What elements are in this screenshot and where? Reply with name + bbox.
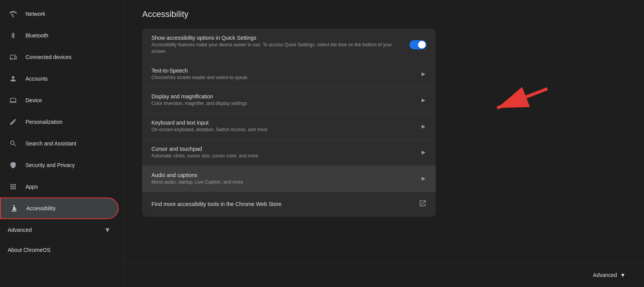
sidebar-item-connected-devices[interactable]: Connected devices bbox=[0, 46, 119, 68]
chevron-right-icon-display: ► bbox=[420, 97, 427, 104]
sidebar-item-accounts[interactable]: Accounts bbox=[0, 68, 119, 89]
settings-row-webstore-content: Find more accessibility tools in the Chr… bbox=[151, 201, 413, 208]
toggle-knob bbox=[418, 41, 426, 49]
settings-row-audio-action: ► bbox=[420, 175, 427, 182]
settings-row-tts-subtitle: ChromeVox screen reader and select-to-sp… bbox=[151, 74, 414, 81]
bottom-bar: Advanced ▼ bbox=[124, 262, 644, 287]
settings-row-webstore-action bbox=[419, 199, 427, 209]
search-icon bbox=[8, 138, 19, 149]
settings-row-quick-settings[interactable]: Show accessibility options in Quick Sett… bbox=[142, 29, 436, 61]
quick-settings-toggle[interactable] bbox=[410, 40, 427, 49]
settings-row-display-subtitle: Color inversion, magnifier, and display … bbox=[151, 100, 414, 107]
settings-row-keyboard-title: Keyboard and text input bbox=[151, 120, 414, 126]
settings-row-cursor-action: ► bbox=[420, 149, 427, 156]
settings-row-cursor-touchpad[interactable]: Cursor and touchpad Automatic clicks, cu… bbox=[142, 140, 436, 166]
about-chromeos-item[interactable]: About ChromeOS bbox=[0, 241, 123, 259]
sidebar-label-network: Network bbox=[25, 11, 45, 17]
settings-row-quick-settings-title: Show accessibility options in Quick Sett… bbox=[151, 35, 403, 41]
sidebar-item-device[interactable]: Device bbox=[0, 89, 119, 111]
settings-row-audio-subtitle: Mono audio, startup, Live Caption, and m… bbox=[151, 179, 414, 186]
settings-row-audio-title: Audio and captions bbox=[151, 172, 414, 178]
sidebar-item-search-assistant[interactable]: Search and Assistant bbox=[0, 133, 119, 154]
edit-icon bbox=[8, 116, 19, 127]
sidebar-label-accessibility: Accessibility bbox=[26, 205, 56, 211]
sidebar-label-apps: Apps bbox=[25, 184, 38, 190]
laptop-icon bbox=[8, 95, 19, 106]
advanced-arrow-icon: ▼ bbox=[104, 226, 111, 234]
settings-row-cursor-content: Cursor and touchpad Automatic clicks, cu… bbox=[151, 146, 414, 159]
grid-icon bbox=[8, 181, 19, 192]
bluetooth-icon bbox=[8, 30, 19, 41]
accessibility-settings-card: Show accessibility options in Quick Sett… bbox=[142, 29, 436, 217]
svg-point-0 bbox=[12, 16, 14, 17]
sidebar-label-connected-devices: Connected devices bbox=[25, 54, 71, 60]
bottom-advanced-arrow-icon: ▼ bbox=[620, 272, 625, 278]
settings-row-display-content: Display and magnification Color inversio… bbox=[151, 93, 414, 107]
sidebar-item-security-privacy[interactable]: Security and Privacy bbox=[0, 154, 119, 176]
wifi-icon bbox=[8, 8, 19, 19]
settings-row-text-to-speech[interactable]: Text-to-Speech ChromeVox screen reader a… bbox=[142, 61, 436, 88]
sidebar: Network Bluetooth Connected devices Acco… bbox=[0, 0, 124, 287]
sidebar-label-accounts: Accounts bbox=[25, 76, 48, 82]
chevron-right-icon-audio: ► bbox=[420, 175, 427, 182]
sidebar-item-personalization[interactable]: Personalization bbox=[0, 111, 119, 133]
settings-row-chrome-web-store[interactable]: Find more accessibility tools in the Chr… bbox=[142, 192, 436, 217]
sidebar-item-accessibility[interactable]: Accessibility bbox=[0, 198, 119, 219]
sidebar-item-apps[interactable]: Apps bbox=[0, 176, 119, 198]
sidebar-item-network[interactable]: Network bbox=[0, 3, 119, 25]
sidebar-item-advanced[interactable]: Advanced ▼ bbox=[0, 219, 119, 241]
sidebar-item-bluetooth[interactable]: Bluetooth bbox=[0, 25, 119, 46]
settings-row-quick-settings-content: Show accessibility options in Quick Sett… bbox=[151, 35, 403, 55]
sidebar-label-security-privacy: Security and Privacy bbox=[25, 162, 75, 168]
settings-row-display-action: ► bbox=[420, 97, 427, 104]
chevron-right-icon-keyboard: ► bbox=[420, 123, 427, 130]
advanced-label: Advanced bbox=[8, 227, 104, 233]
settings-row-tts-content: Text-to-Speech ChromeVox screen reader a… bbox=[151, 68, 414, 81]
sidebar-label-search-assistant: Search and Assistant bbox=[25, 140, 76, 147]
chevron-right-icon-cursor: ► bbox=[420, 149, 427, 156]
main-content: Accessibility Show accessibility options… bbox=[124, 0, 644, 287]
settings-row-display-magnification[interactable]: Display and magnification Color inversio… bbox=[142, 87, 436, 113]
settings-row-keyboard-subtitle: On-screen keyboard, dictation, Switch Ac… bbox=[151, 127, 414, 133]
page-title: Accessibility bbox=[142, 9, 625, 19]
bottom-advanced-button[interactable]: Advanced ▼ bbox=[593, 272, 625, 278]
settings-row-webstore-title: Find more accessibility tools in the Chr… bbox=[151, 201, 413, 207]
person-icon bbox=[8, 73, 19, 84]
settings-row-audio-captions[interactable]: Audio and captions Mono audio, startup, … bbox=[142, 166, 436, 192]
settings-row-quick-settings-action bbox=[410, 40, 427, 49]
settings-row-keyboard-content: Keyboard and text input On-screen keyboa… bbox=[151, 120, 414, 133]
settings-row-cursor-title: Cursor and touchpad bbox=[151, 146, 414, 152]
svg-point-1 bbox=[13, 205, 14, 206]
settings-row-keyboard-action: ► bbox=[420, 123, 427, 130]
settings-row-quick-settings-subtitle: Accessibility features make your device … bbox=[151, 42, 403, 55]
settings-row-tts-title: Text-to-Speech bbox=[151, 68, 414, 74]
shield-icon bbox=[8, 160, 19, 171]
settings-row-tts-action: ► bbox=[420, 71, 427, 78]
sidebar-label-personalization: Personalization bbox=[25, 119, 63, 125]
accessibility-icon bbox=[8, 203, 19, 214]
settings-row-keyboard[interactable]: Keyboard and text input On-screen keyboa… bbox=[142, 113, 436, 140]
settings-row-audio-content: Audio and captions Mono audio, startup, … bbox=[151, 172, 414, 186]
settings-row-cursor-subtitle: Automatic clicks, cursor size, cursor co… bbox=[151, 153, 414, 159]
settings-row-display-title: Display and magnification bbox=[151, 93, 414, 100]
sidebar-label-device: Device bbox=[25, 97, 42, 103]
external-link-icon bbox=[419, 199, 427, 209]
devices-icon bbox=[8, 52, 19, 62]
sidebar-label-bluetooth: Bluetooth bbox=[25, 32, 48, 39]
chevron-right-icon: ► bbox=[420, 71, 427, 78]
bottom-advanced-label: Advanced bbox=[593, 272, 617, 278]
about-chromeos-label: About ChromeOS bbox=[8, 247, 51, 253]
